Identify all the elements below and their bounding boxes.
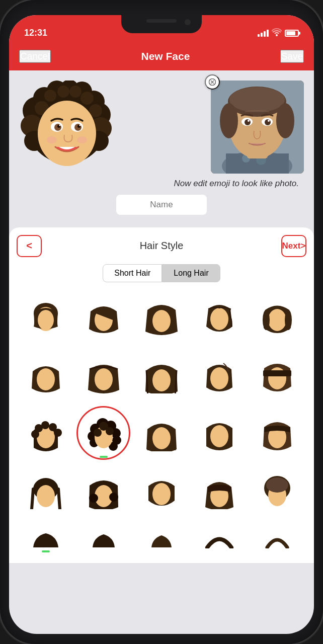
- hair-option-1[interactable]: [18, 289, 73, 345]
- name-input[interactable]: [116, 195, 207, 215]
- svg-point-90: [152, 483, 171, 505]
- long-hair-tab[interactable]: Long Hair: [162, 264, 220, 282]
- bottom-panel: < Hair Style Next> Short Hair Long Hair: [9, 227, 314, 563]
- short-hair-tab[interactable]: Short Hair: [103, 264, 162, 282]
- hair-option-selected[interactable]: [75, 405, 131, 461]
- hair-options-grid: [17, 289, 306, 519]
- hair-option-8[interactable]: [133, 347, 189, 403]
- page-title: New Face: [141, 50, 190, 62]
- svg-point-43: [245, 119, 251, 125]
- hair-option-4[interactable]: [192, 289, 248, 345]
- svg-point-55: [268, 309, 286, 331]
- svg-point-46: [268, 120, 270, 122]
- svg-point-88: [89, 494, 98, 503]
- svg-point-69: [54, 429, 62, 437]
- svg-point-56: [263, 310, 270, 330]
- wifi-icon: [272, 28, 282, 38]
- svg-rect-63: [263, 370, 291, 376]
- hair-option-11[interactable]: [18, 405, 73, 461]
- hair-option-3[interactable]: [133, 289, 189, 345]
- hair-option-9[interactable]: [192, 347, 248, 403]
- svg-point-89: [109, 493, 118, 502]
- svg-point-14: [57, 86, 69, 98]
- svg-point-58: [37, 368, 55, 390]
- svg-point-61: [210, 367, 228, 389]
- svg-point-38: [229, 87, 285, 112]
- svg-point-18: [38, 101, 96, 166]
- svg-point-25: [59, 125, 61, 126]
- hair-option-19[interactable]: [192, 463, 248, 519]
- name-input-row: [19, 195, 304, 215]
- preview-section: Now edit emoji to look like photo.: [19, 80, 304, 190]
- svg-rect-53: [172, 314, 176, 332]
- svg-point-28: [77, 136, 87, 143]
- hair-option-14[interactable]: [192, 405, 248, 461]
- svg-point-54: [210, 308, 228, 330]
- svg-point-57: [285, 310, 292, 330]
- next-section-button[interactable]: Next>: [281, 235, 306, 257]
- hair-minimal-2[interactable]: [75, 523, 131, 553]
- main-content: Now edit emoji to look like photo.: [9, 70, 314, 227]
- hair-minimal-5[interactable]: [250, 523, 305, 553]
- svg-point-27: [47, 136, 57, 143]
- svg-point-67: [41, 421, 49, 429]
- reference-photo: [211, 80, 304, 174]
- hair-option-2[interactable]: [75, 289, 131, 345]
- remove-photo-button[interactable]: [205, 74, 220, 90]
- svg-point-44: [265, 119, 271, 125]
- hair-minimal-4[interactable]: [192, 523, 248, 553]
- hair-option-6[interactable]: [18, 347, 73, 403]
- hair-option-5[interactable]: [250, 289, 305, 345]
- hair-style-tabs: Short Hair Long Hair: [17, 264, 306, 282]
- hair-option-13[interactable]: [133, 405, 189, 461]
- hair-option-20[interactable]: [250, 463, 305, 519]
- hair-option-16[interactable]: [18, 463, 73, 519]
- hair-option-10[interactable]: [250, 347, 305, 403]
- cancel-button[interactable]: Cancel: [19, 50, 51, 63]
- prev-section-button[interactable]: <: [17, 235, 42, 257]
- hair-option-18[interactable]: [133, 463, 189, 519]
- hair-minimal-1[interactable]: [18, 523, 73, 553]
- phone-frame: 12:31: [0, 0, 323, 644]
- battery-icon: [285, 30, 299, 37]
- svg-point-40: [276, 103, 294, 138]
- photo-section: Now edit emoji to look like photo.: [120, 80, 304, 190]
- photo-container: [211, 80, 304, 174]
- section-nav: < Hair Style Next>: [17, 235, 306, 257]
- minimal-hair-row: [17, 521, 306, 555]
- save-button[interactable]: Save: [280, 50, 304, 63]
- svg-point-16: [80, 92, 94, 105]
- status-icons: [258, 28, 299, 38]
- front-camera: [185, 19, 191, 25]
- svg-point-60: [152, 369, 171, 391]
- status-time: 12:31: [24, 28, 47, 38]
- hair-option-7[interactable]: [75, 347, 131, 403]
- section-title: Hair Style: [140, 240, 184, 252]
- svg-point-45: [248, 120, 250, 122]
- phone-screen: 12:31: [9, 15, 314, 634]
- svg-point-49: [38, 310, 54, 330]
- svg-point-94: [266, 477, 288, 493]
- svg-rect-52: [147, 314, 151, 332]
- hair-minimal-3[interactable]: [133, 523, 189, 553]
- edit-caption-text: Now edit emoji to look like photo.: [169, 178, 304, 190]
- hair-option-17[interactable]: [75, 463, 131, 519]
- emoji-preview: [19, 80, 120, 181]
- svg-point-59: [95, 368, 113, 390]
- speaker: [146, 19, 177, 23]
- svg-point-82: [152, 427, 171, 449]
- notch: [121, 15, 202, 33]
- signal-icon: [258, 30, 269, 37]
- svg-point-13: [44, 90, 56, 102]
- hair-option-15[interactable]: [250, 405, 305, 461]
- svg-point-39: [220, 103, 238, 138]
- svg-point-86: [37, 485, 55, 507]
- svg-point-15: [69, 86, 82, 98]
- nav-bar: Cancel New Face Save: [9, 42, 314, 70]
- emoji-avatar-svg: [19, 80, 115, 176]
- svg-point-83: [210, 425, 228, 447]
- svg-point-51: [152, 310, 171, 332]
- svg-point-26: [79, 125, 81, 126]
